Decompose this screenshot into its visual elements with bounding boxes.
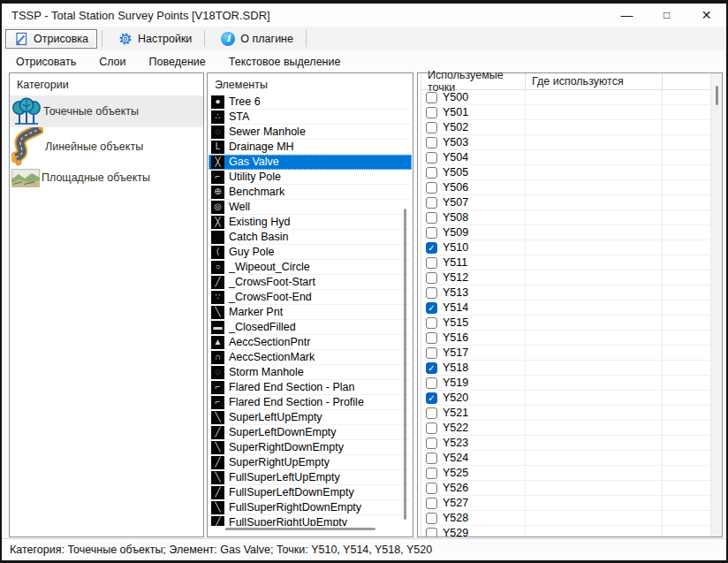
element-item[interactable]: ╱ FullSuperLeftDownEmpty (209, 485, 412, 500)
point-checkbox[interactable] (426, 407, 437, 419)
point-checkbox[interactable] (426, 498, 437, 509)
point-row[interactable]: Y508 (421, 210, 710, 225)
points-scrollbar-thumb[interactable] (716, 86, 718, 105)
point-row[interactable]: Y525 (421, 466, 710, 481)
point-checkbox[interactable] (426, 257, 437, 269)
point-row[interactable]: Y529 (421, 526, 710, 536)
point-row[interactable]: Y502 (421, 120, 710, 135)
points-scrollbar[interactable] (710, 73, 722, 536)
point-checkbox[interactable] (426, 513, 437, 524)
point-row[interactable]: ✓ Y510 (421, 240, 710, 255)
element-item[interactable]: ⌐ Flared End Section - Profile (209, 395, 412, 410)
point-checkbox[interactable] (426, 468, 437, 479)
point-checkbox[interactable] (426, 137, 437, 148)
maximize-button[interactable]: □ (647, 4, 686, 27)
element-item[interactable]: ⌐ Utility Pole (209, 170, 412, 185)
point-checkbox[interactable] (426, 453, 437, 464)
element-item[interactable]: ∵ _CrowsFoot-End (209, 290, 412, 305)
category-point-objects[interactable]: Точечные объекты (10, 95, 203, 127)
point-row[interactable]: Y523 (421, 436, 710, 451)
point-row[interactable]: Y500 (421, 90, 710, 105)
minimize-button[interactable]: — (607, 4, 647, 27)
point-row[interactable]: Y527 (421, 496, 710, 511)
point-checkbox[interactable] (426, 107, 437, 118)
element-item[interactable]: ∴ STA (209, 110, 412, 125)
point-row[interactable]: Y521 (421, 406, 710, 421)
point-row[interactable]: Y519 (421, 376, 710, 391)
element-item[interactable]: ╱ SuperRightUpEmpty (209, 455, 412, 470)
point-checkbox[interactable] (426, 332, 437, 344)
element-item[interactable]: ⊕ Benchmark (209, 185, 412, 200)
point-row[interactable]: Y507 (421, 195, 710, 210)
point-checkbox[interactable] (426, 182, 437, 194)
tab-nastroyki[interactable]: Настройки (110, 29, 200, 49)
point-row[interactable]: Y505 (421, 165, 710, 180)
point-row[interactable]: ✓ Y518 (421, 361, 710, 376)
point-row[interactable]: Y504 (421, 150, 710, 165)
point-checkbox[interactable]: ✓ (426, 242, 437, 254)
point-checkbox[interactable] (426, 483, 437, 494)
point-checkbox[interactable] (426, 152, 437, 164)
point-row[interactable]: Y501 (421, 105, 710, 120)
point-checkbox[interactable]: ✓ (426, 362, 437, 374)
point-row[interactable]: Y515 (421, 316, 710, 331)
element-item[interactable]: ╱ _CrowsFoot-Start (209, 275, 412, 290)
element-item[interactable]: ╲ FullSuperLeftUpEmpty (209, 470, 412, 485)
element-item[interactable]: ╲ FullSuperRightDownEmpty (209, 500, 412, 515)
element-item[interactable]: ╱ SuperLeftDownEmpty (209, 425, 412, 440)
element-item[interactable]: ╱ FullSuperRightUpEmpty (209, 515, 412, 526)
point-checkbox[interactable] (426, 317, 437, 329)
element-item[interactable]: ╳ Existing Hyd (209, 215, 412, 230)
element-item[interactable]: ╲ Marker Pnt (209, 305, 412, 320)
point-row[interactable]: Y517 (421, 346, 710, 361)
point-row[interactable]: Y509 (421, 225, 710, 240)
point-checkbox[interactable]: ✓ (426, 302, 437, 314)
element-item[interactable]: ⟨ Guy Pole (209, 245, 412, 260)
point-checkbox[interactable] (426, 122, 437, 133)
category-area-objects[interactable]: Площадные объекты (10, 166, 203, 189)
point-row[interactable]: Y528 (421, 511, 710, 526)
menu-tekstovoe-vydelenie[interactable]: Текстовое выделение (217, 53, 353, 71)
element-item[interactable]: ╲ SuperLeftUpEmpty (209, 410, 412, 425)
point-row[interactable]: Y503 (421, 135, 710, 150)
point-row[interactable]: ✓ Y520 (421, 391, 710, 406)
point-row[interactable]: Y526 (421, 481, 710, 496)
point-row[interactable]: Y512 (421, 270, 710, 285)
point-row[interactable]: Y511 (421, 255, 710, 270)
menu-povedenie[interactable]: Поведение (138, 53, 217, 71)
point-row[interactable]: Y506 (421, 180, 710, 195)
element-item[interactable]: ◎ Well (209, 200, 412, 215)
point-checkbox[interactable] (426, 167, 437, 179)
element-item[interactable]: Catch Basin (209, 230, 412, 245)
element-item[interactable]: L Drainage MH (209, 140, 412, 155)
point-row[interactable]: Y522 (421, 421, 710, 436)
point-row[interactable]: ✓ Y514 (421, 301, 710, 316)
point-checkbox[interactable] (426, 422, 437, 434)
point-checkbox[interactable] (426, 377, 437, 389)
point-row[interactable]: Y513 (421, 285, 710, 301)
point-checkbox[interactable] (426, 92, 437, 103)
element-item[interactable]: ○ _Wipeout_Circle (209, 260, 412, 275)
point-checkbox[interactable]: ✓ (426, 392, 437, 404)
point-checkbox[interactable] (426, 287, 437, 299)
close-button[interactable]: ✕ (686, 4, 726, 27)
element-item[interactable]: ⌐ Flared End Section - Plan (209, 380, 412, 395)
element-item[interactable]: ◌ Sewer Manhole (209, 125, 412, 140)
element-item[interactable]: ∩ AeccSectionMark (209, 350, 412, 365)
point-checkbox[interactable] (426, 227, 437, 239)
tab-o-plagine[interactable]: i О плагине (213, 29, 301, 49)
point-checkbox[interactable] (426, 528, 437, 537)
point-row[interactable]: Y524 (421, 451, 710, 466)
point-checkbox[interactable] (426, 437, 437, 449)
point-checkbox[interactable] (426, 197, 437, 209)
point-checkbox[interactable] (426, 272, 437, 284)
elements-vscrollbar[interactable] (404, 209, 406, 520)
element-item[interactable]: ╳ Gas Valve (209, 155, 412, 170)
element-item[interactable]: ● Tree 6 (209, 95, 412, 110)
point-checkbox[interactable] (426, 347, 437, 359)
point-row[interactable]: Y516 (421, 331, 710, 346)
menu-otrisovat[interactable]: Отрисовать (4, 53, 87, 71)
element-item[interactable]: ▬ _ClosedFilled (209, 320, 412, 335)
element-item[interactable]: ▲ AeccSectionPntr (209, 335, 412, 350)
elements-hscrollbar[interactable] (225, 528, 375, 530)
